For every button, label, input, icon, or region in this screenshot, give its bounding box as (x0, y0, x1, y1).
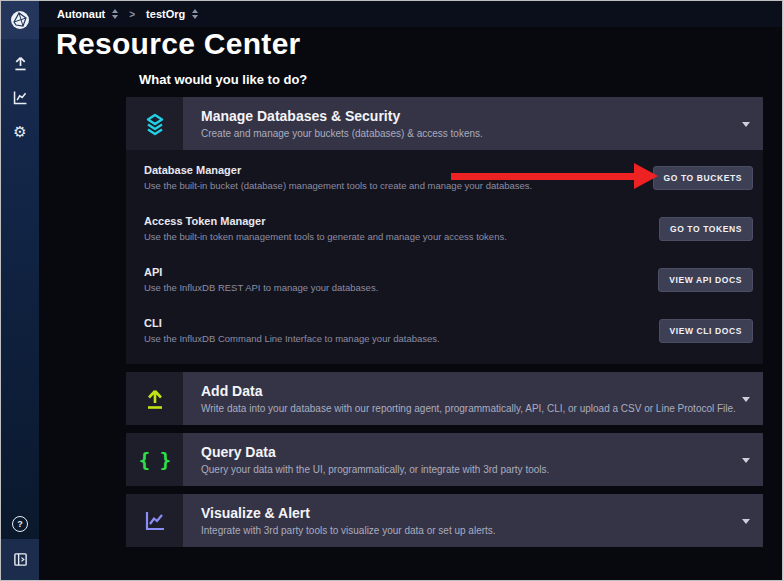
chevron-down-icon[interactable] (742, 458, 750, 463)
row-title: CLI (144, 317, 659, 329)
card-title: Query Data (201, 444, 763, 460)
sidebar: ⚙ ? (1, 1, 39, 580)
influxdb-logo-icon (9, 9, 31, 31)
chevron-down-icon[interactable] (742, 122, 750, 127)
card-add-data: Add Data Write data into your database w… (126, 372, 763, 425)
card-title: Add Data (201, 383, 763, 399)
settings-gear-icon[interactable]: ⚙ (9, 120, 31, 142)
upload-data-icon[interactable] (9, 52, 31, 74)
layers-icon (142, 111, 168, 137)
row-desc: Use the InfluxDB Command Line Interface … (144, 333, 659, 344)
graph-icon[interactable] (9, 86, 31, 108)
row-desc: Use the built-in bucket (database) manag… (144, 180, 653, 191)
row-title: Access Token Manager (144, 215, 659, 227)
row-title: Database Manager (144, 164, 653, 176)
card-add-data-header[interactable]: Add Data Write data into your database w… (126, 372, 763, 425)
card-subtitle: Write data into your database with our r… (201, 403, 763, 414)
breadcrumb: Autonaut > testOrg (39, 1, 782, 27)
toggle-panel-icon[interactable] (1, 539, 39, 580)
card-subtitle: Create and manage your buckets (database… (201, 128, 763, 139)
card-title: Manage Databases & Security (201, 108, 763, 124)
influxdb-logo[interactable] (1, 1, 39, 39)
breadcrumb-org[interactable]: Autonaut (57, 8, 105, 20)
go-to-tokens-button[interactable]: GO TO TOKENS (659, 217, 753, 241)
card-visualize-alert-header[interactable]: Visualize & Alert Integrate with 3rd par… (126, 494, 763, 547)
chart-icon (142, 508, 168, 534)
braces-icon: { } (139, 449, 170, 471)
row-cli: CLI Use the InfluxDB Command Line Interf… (126, 305, 763, 356)
view-api-docs-button[interactable]: VIEW API DOCS (658, 268, 753, 292)
sidebar-nav: ⚙ (1, 52, 39, 142)
chevron-down-icon[interactable] (742, 519, 750, 524)
card-title: Visualize & Alert (201, 505, 763, 521)
resource-cards: Manage Databases & Security Create and m… (126, 97, 763, 547)
row-api: API Use the InfluxDB REST API to manage … (126, 254, 763, 305)
project-switcher-icon[interactable] (192, 9, 198, 19)
row-desc: Use the InfluxDB REST API to manage your… (144, 282, 658, 293)
card-manage-databases-body: Database Manager Use the built-in bucket… (126, 150, 763, 364)
help-icon[interactable]: ? (1, 516, 39, 532)
go-to-buckets-button[interactable]: GO TO BUCKETS (653, 166, 753, 190)
page-title: Resource Center (56, 27, 301, 61)
app-window: ⚙ ? Autonaut > testOrg Resource Center W… (0, 0, 783, 581)
card-subtitle: Query your data with the UI, programmati… (201, 464, 763, 475)
breadcrumb-separator: > (129, 9, 135, 20)
page-prompt: What would you like to do? (139, 72, 307, 87)
card-subtitle: Integrate with 3rd party tools to visual… (201, 525, 763, 536)
card-query-data: { } Query Data Query your data with the … (126, 433, 763, 486)
card-manage-databases-header[interactable]: Manage Databases & Security Create and m… (126, 97, 763, 150)
org-switcher-icon[interactable] (112, 9, 118, 19)
breadcrumb-project[interactable]: testOrg (146, 8, 185, 20)
row-access-token-manager: Access Token Manager Use the built-in to… (126, 203, 763, 254)
row-database-manager: Database Manager Use the built-in bucket… (126, 152, 763, 203)
row-title: API (144, 266, 658, 278)
upload-icon (142, 386, 168, 412)
card-manage-databases: Manage Databases & Security Create and m… (126, 97, 763, 364)
row-desc: Use the built-in token management tools … (144, 231, 659, 242)
card-query-data-header[interactable]: { } Query Data Query your data with the … (126, 433, 763, 486)
view-cli-docs-button[interactable]: VIEW CLI DOCS (659, 319, 754, 343)
chevron-down-icon[interactable] (742, 397, 750, 402)
card-visualize-alert: Visualize & Alert Integrate with 3rd par… (126, 494, 763, 547)
